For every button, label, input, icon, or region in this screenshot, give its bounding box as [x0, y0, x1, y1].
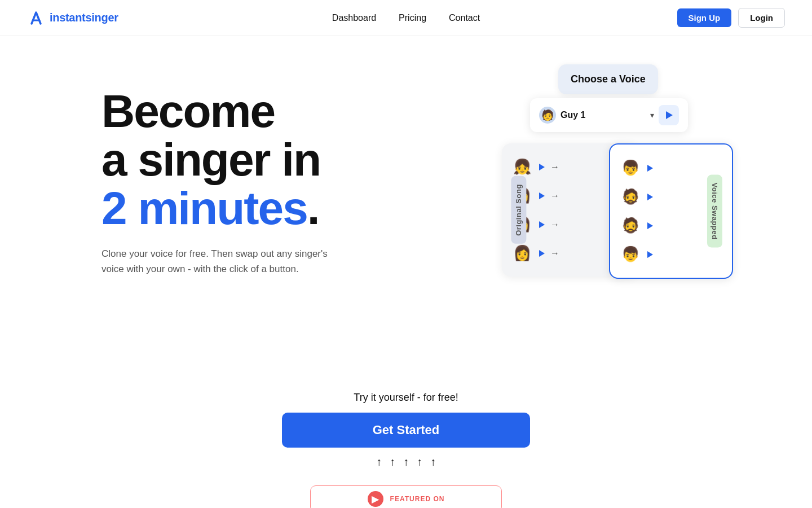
arrow-up-icon: ↑ — [390, 456, 395, 468]
signup-button[interactable]: Sign Up — [677, 8, 732, 27]
voice-widget: Choose a Voice 🧑 Guy 1 ▾ Original Song 👧… — [502, 64, 744, 358]
arrow-up-icon: ↑ — [403, 456, 409, 468]
arrow-icon: → — [550, 191, 559, 201]
play-icon[interactable] — [647, 194, 653, 200]
featured-icon: ▶ — [368, 491, 383, 507]
cta-tagline: Try it yourself - for free! — [0, 392, 812, 404]
arrow-icon: → — [550, 162, 559, 172]
nav-actions: Sign Up Login — [677, 8, 785, 28]
hero-section: Become a singer in 2 minutes. Clone your… — [0, 36, 812, 380]
play-icon[interactable] — [539, 192, 545, 199]
original-song-label: Original Song — [511, 176, 526, 244]
play-icon[interactable] — [539, 250, 545, 257]
voice-swapped-label: Voice Swapped — [707, 175, 722, 248]
avatar: 👧 — [512, 158, 532, 176]
nav-link-contact[interactable]: Contact — [449, 13, 480, 23]
arrow-up-icon: ↑ — [417, 456, 422, 468]
nav-links: Dashboard Pricing Contact — [332, 13, 480, 23]
featured-bar: ▶ FEATURED ON — [310, 485, 502, 508]
play-icon[interactable] — [539, 164, 545, 170]
voice-swapped-card: Voice Swapped 👦 🧔 🧔 👦 — [609, 143, 733, 279]
voice-selector-row[interactable]: 🧑 Guy 1 ▾ — [530, 98, 688, 132]
play-icon[interactable] — [647, 251, 653, 258]
play-icon[interactable] — [647, 165, 653, 172]
chevron-down-icon: ▾ — [650, 111, 654, 120]
navbar: instantsinger Dashboard Pricing Contact … — [0, 0, 812, 36]
arrow-decorations: ↑ ↑ ↑ ↑ ↑ — [0, 456, 812, 468]
logo-text: instantsinger — [50, 11, 118, 24]
featured-label: FEATURED ON — [390, 495, 445, 503]
play-icon[interactable] — [647, 222, 653, 229]
nav-link-dashboard[interactable]: Dashboard — [332, 13, 376, 23]
avatar: 👦 — [620, 159, 641, 177]
avatar: 🧔 — [620, 188, 641, 205]
login-button[interactable]: Login — [738, 8, 785, 28]
cta-section: Try it yourself - for free! Get Started … — [0, 380, 812, 474]
avatar: 👩 — [512, 244, 532, 262]
hero-subtitle: Clone your voice for free. Then swap out… — [102, 246, 338, 277]
arrow-icon: → — [550, 220, 559, 230]
play-icon[interactable] — [539, 221, 545, 228]
choose-voice-card: Choose a Voice — [558, 64, 658, 94]
hero-text: Become a singer in 2 minutes. Clone your… — [102, 70, 338, 277]
voice-play-button[interactable] — [659, 105, 679, 125]
avatar: 👦 — [620, 246, 641, 263]
arrow-up-icon: ↑ — [430, 456, 436, 468]
get-started-button[interactable]: Get Started — [282, 413, 530, 448]
logo-icon — [27, 9, 45, 27]
arrow-icon: → — [550, 248, 559, 259]
arrow-up-icon: ↑ — [376, 456, 382, 468]
voice-avatar: 🧑 — [539, 107, 556, 124]
hero-headline: Become a singer in 2 minutes. — [102, 87, 338, 233]
play-icon — [666, 111, 673, 119]
avatar: 🧔 — [620, 217, 641, 234]
logo[interactable]: instantsinger — [27, 9, 118, 27]
voice-name: Guy 1 — [561, 110, 646, 120]
nav-link-pricing[interactable]: Pricing — [399, 13, 426, 23]
